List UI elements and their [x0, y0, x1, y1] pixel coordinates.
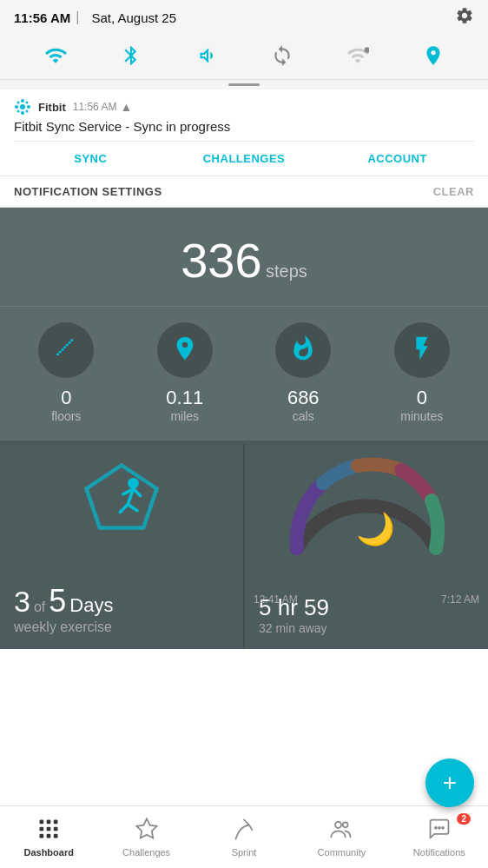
- svg-rect-23: [54, 827, 58, 832]
- cals-unit: cals: [293, 409, 314, 423]
- nav-notifications-label: Notifications: [413, 847, 465, 858]
- svg-point-28: [335, 822, 341, 828]
- stat-miles-circle: [155, 321, 214, 380]
- svg-marker-27: [136, 818, 156, 838]
- floors-unit: floors: [51, 409, 81, 423]
- svg-rect-26: [54, 834, 58, 838]
- stat-floors: 0 floors: [7, 321, 126, 423]
- nav-sprint-label: Sprint: [232, 847, 257, 858]
- notif-settings-bar: NOTIFICATION SETTINGS CLEAR: [0, 176, 488, 208]
- svg-rect-24: [40, 834, 44, 838]
- notifications-badge: 2: [457, 813, 471, 825]
- sleep-time-labels: 12:41 AM 7:12 AM: [254, 593, 479, 606]
- svg-point-1: [20, 104, 25, 109]
- svg-point-6: [17, 102, 20, 104]
- nav-challenges-label: Challenges: [122, 847, 170, 858]
- exercise-current: 3: [14, 585, 30, 619]
- stairs-icon: [52, 335, 80, 366]
- main-content: 336 steps 0 floors 0.11 miles: [0, 208, 488, 649]
- exercise-desc: weekly exercise: [14, 620, 229, 635]
- svg-point-32: [442, 827, 444, 829]
- minutes-unit: minutes: [400, 409, 443, 423]
- sleep-start-time: 12:41 AM: [254, 593, 298, 606]
- stat-miles: 0.11 miles: [126, 321, 245, 423]
- notif-sync-button[interactable]: SYNC: [14, 142, 168, 176]
- stat-minutes: 0 minutes: [363, 321, 482, 423]
- svg-rect-20: [54, 820, 58, 825]
- location-pin-icon: [422, 44, 445, 70]
- notif-settings-label[interactable]: NOTIFICATION SETTINGS: [14, 185, 162, 198]
- nav-community[interactable]: Community: [293, 810, 390, 865]
- nav-dashboard[interactable]: Dashboard: [0, 810, 97, 865]
- community-icon: [329, 817, 353, 845]
- stats-row: 0 floors 0.11 miles 686 cals: [0, 306, 488, 441]
- svg-point-30: [435, 827, 437, 829]
- notif-clear-button[interactable]: CLEAR: [433, 185, 474, 198]
- svg-point-4: [15, 105, 18, 109]
- signal-icon: [346, 44, 369, 70]
- floors-value: 0: [61, 387, 71, 409]
- miles-unit: miles: [170, 409, 199, 423]
- exercise-total: 5: [49, 583, 66, 620]
- svg-rect-19: [47, 820, 51, 825]
- exercise-of-label: of: [34, 600, 45, 615]
- notif-app-name: Fitbit: [38, 101, 66, 114]
- system-icons-bar: [0, 35, 488, 80]
- steps-label: steps: [266, 262, 307, 281]
- drag-handle[interactable]: [0, 80, 488, 89]
- svg-point-3: [21, 111, 24, 115]
- notif-expand-icon[interactable]: ▲: [120, 100, 132, 114]
- svg-rect-22: [47, 827, 51, 832]
- notif-actions: SYNC CHALLENGES ACCOUNT: [14, 141, 474, 176]
- miles-value: 0.11: [166, 387, 203, 409]
- svg-line-14: [128, 505, 137, 511]
- bolt-icon: [408, 335, 436, 366]
- drag-handle-bar: [228, 83, 260, 86]
- dashboard-icon: [36, 817, 61, 845]
- fitbit-logo-icon: [14, 98, 31, 116]
- gear-icon[interactable]: [455, 6, 474, 29]
- fab-plus-icon: +: [443, 771, 457, 795]
- bluetooth-icon: [120, 44, 142, 70]
- nav-notifications[interactable]: 2 Notifications: [391, 810, 488, 865]
- status-bar: 11:56 AM | Sat, August 25: [0, 0, 488, 35]
- exercise-days-label: Days: [69, 594, 113, 617]
- sleep-desc: 32 min away: [259, 621, 474, 635]
- wifi-icon: [44, 44, 67, 70]
- exercise-icon: [82, 461, 161, 543]
- notif-message: Fitbit Sync Service - Sync in progress: [14, 119, 474, 134]
- nav-community-label: Community: [318, 847, 366, 858]
- notif-header: Fitbit 11:56 AM ▲: [14, 98, 474, 116]
- sprint-icon: [232, 817, 256, 845]
- svg-point-31: [439, 827, 440, 829]
- status-divider: |: [76, 10, 79, 25]
- tiles-row: 3 of 5 Days weekly exercise: [0, 441, 488, 649]
- svg-text:🌙: 🌙: [356, 510, 395, 547]
- notif-challenges-button[interactable]: CHALLENGES: [168, 142, 321, 176]
- svg-point-2: [21, 99, 24, 103]
- stat-floors-circle: [36, 321, 96, 380]
- svg-point-7: [26, 102, 29, 104]
- svg-point-11: [128, 478, 139, 489]
- svg-point-5: [27, 105, 30, 109]
- bottom-nav: Dashboard Challenges Sprint Community: [0, 805, 488, 868]
- sleep-arc: 🌙: [280, 453, 453, 566]
- notif-account-button[interactable]: ACCOUNT: [320, 142, 474, 176]
- stat-cals: 686 cals: [244, 321, 363, 423]
- exercise-tile[interactable]: 3 of 5 Days weekly exercise: [0, 444, 245, 649]
- svg-point-29: [343, 822, 348, 827]
- notif-time: 11:56 AM: [73, 101, 117, 113]
- status-date: Sat, August 25: [91, 10, 176, 25]
- svg-line-13: [120, 505, 128, 513]
- flame-icon: [289, 335, 317, 366]
- svg-rect-21: [40, 827, 44, 832]
- minutes-value: 0: [417, 387, 427, 409]
- nav-challenges[interactable]: Challenges: [97, 810, 195, 865]
- sleep-tile[interactable]: 🌙 12:41 AM 7:12 AM 5 hr 59 32 min away: [245, 444, 488, 649]
- svg-marker-10: [87, 466, 157, 528]
- stat-minutes-circle: [392, 321, 452, 380]
- nav-sprint[interactable]: Sprint: [195, 810, 293, 865]
- steps-count: 336: [181, 233, 261, 288]
- fab-button[interactable]: +: [425, 759, 474, 807]
- svg-rect-18: [40, 820, 44, 825]
